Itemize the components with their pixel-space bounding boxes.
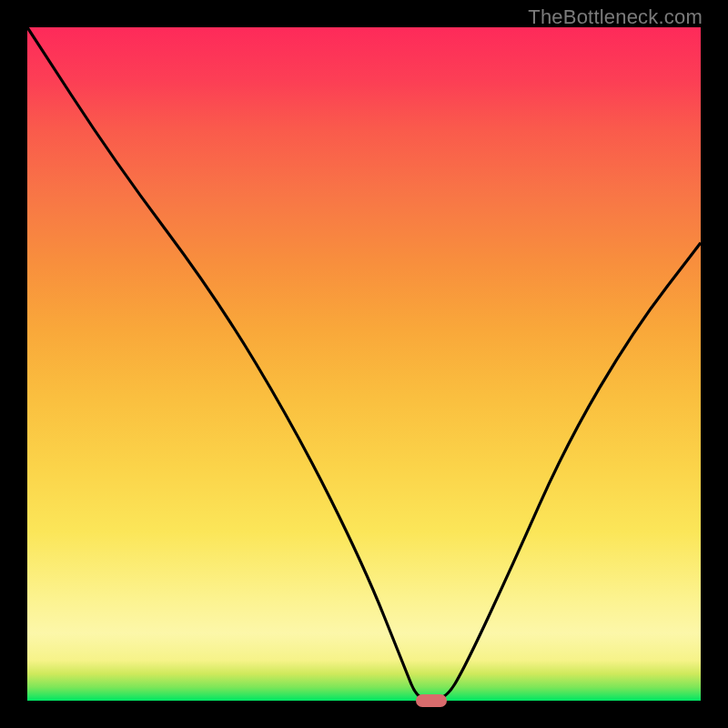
plot-area [27, 27, 701, 701]
curve-path [27, 27, 701, 701]
bottleneck-curve [27, 27, 701, 701]
chart-frame: TheBottleneck.com [0, 0, 728, 728]
optimum-marker [416, 694, 447, 707]
watermark-label: TheBottleneck.com [528, 5, 703, 29]
